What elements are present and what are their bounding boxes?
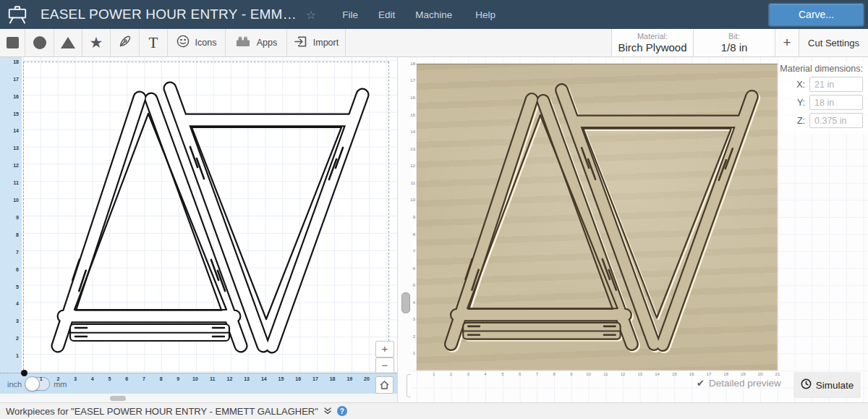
cut-settings-button[interactable]: Cut Settings — [799, 29, 868, 56]
text-tool-button[interactable]: T — [140, 29, 168, 56]
origin-point[interactable] — [21, 370, 27, 376]
horizontal-scrollbar-thumb[interactable] — [110, 396, 126, 401]
ruler-tick: 13 — [244, 376, 250, 381]
ruler-tick: 12 — [410, 164, 415, 168]
ruler-tick: 10 — [192, 376, 198, 381]
ruler-tick: 1 — [16, 353, 19, 358]
carve-preview-panel: 123456789101112131415161718 123456789101… — [411, 57, 868, 402]
lego-brick-icon — [235, 35, 251, 51]
help-icon[interactable]: ? — [337, 406, 347, 416]
simulate-button[interactable]: Simulate — [793, 372, 861, 398]
menu-help[interactable]: Help — [465, 9, 506, 20]
y-dimension-field[interactable] — [809, 95, 863, 110]
ruler-tick: 16 — [410, 96, 415, 100]
horizontal-scrollbar[interactable] — [0, 394, 397, 402]
ruler-tick: 3 — [16, 318, 19, 323]
ruler-tick: 8 — [16, 232, 19, 237]
ruler-tick: 9 — [570, 372, 572, 376]
circle-tool-button[interactable] — [25, 29, 54, 56]
square-icon — [7, 37, 19, 48]
panel-gutter — [397, 57, 412, 402]
ruler-tick: 11 — [210, 376, 215, 381]
ruler-tick: 15 — [13, 111, 19, 116]
x-label: X: — [796, 80, 805, 90]
canvas-left-ruler: 123456789101112131415161718 — [0, 57, 22, 373]
icons-library-button[interactable]: Icons — [168, 29, 226, 56]
ruler-tick: 1 — [413, 351, 415, 355]
ruler-tick: 11 — [603, 372, 608, 376]
import-button[interactable]: Import — [287, 29, 346, 56]
design-canvas[interactable]: + − — [22, 57, 398, 373]
preview-bottom-ruler: 123456789101112131415161718192021 — [411, 371, 787, 378]
ruler-tick: 6 — [16, 266, 19, 271]
ruler-tick: 3 — [74, 376, 77, 381]
menu-bar: File Edit Machine Help — [332, 9, 506, 20]
ruler-tick: 9 — [16, 214, 19, 219]
ruler-tick: 16 — [295, 376, 301, 381]
pen-tool-button[interactable] — [111, 29, 140, 56]
inch-label: inch — [7, 380, 22, 389]
ruler-tick: 11 — [14, 180, 19, 185]
star-tool-button[interactable]: ★ — [82, 29, 111, 56]
expand-workpieces-chevron-icon[interactable] — [324, 405, 331, 418]
menu-machine[interactable]: Machine — [405, 9, 465, 20]
zoom-in-button[interactable]: + — [375, 341, 394, 357]
import-icon — [294, 35, 307, 51]
home-view-button[interactable] — [375, 376, 393, 394]
easel-app: EASEL POWER HOUR ENTRY - EMM… ☆ File Edi… — [0, 0, 868, 419]
dimension-row-x: X: — [778, 77, 863, 92]
zoom-out-button[interactable]: − — [375, 357, 394, 374]
material-preview[interactable] — [417, 64, 778, 371]
bit-selector[interactable]: Bit: 1/8 in — [693, 29, 775, 56]
triangle-tool-button[interactable] — [54, 29, 82, 56]
z-label: Z: — [797, 116, 805, 126]
square-tool-button[interactable] — [0, 29, 25, 56]
workpieces-bar: Workpieces for "EASEL POWER HOUR ENTRY -… — [0, 402, 868, 419]
triangle-icon — [61, 37, 75, 48]
ruler-tick: 5 — [16, 284, 19, 289]
ruler-tick: 17 — [707, 372, 712, 376]
ruler-tick: 13 — [410, 147, 415, 151]
toggle-knob[interactable] — [25, 376, 40, 392]
toolbar: ★ T Icons — [0, 29, 868, 57]
ruler-tick: 18 — [410, 62, 415, 66]
ruler-tick: 1 — [40, 376, 43, 381]
ruler-tick: 7 — [536, 372, 538, 376]
dimension-row-z: Z: — [778, 113, 863, 128]
smiley-icon — [176, 35, 190, 51]
ruler-tick: 18 — [13, 59, 19, 64]
carved-design-preview — [417, 64, 778, 371]
document-title[interactable]: EASEL POWER HOUR ENTRY - EMM… — [41, 7, 297, 22]
ruler-tick: 10 — [13, 198, 19, 203]
bit-value: 1/8 in — [721, 41, 748, 54]
ruler-tick: 2 — [413, 334, 415, 339]
ruler-tick: 5 — [501, 372, 503, 376]
menu-file[interactable]: File — [332, 9, 368, 20]
menu-edit[interactable]: Edit — [368, 9, 405, 20]
ruler-tick: 14 — [13, 128, 19, 133]
apps-button[interactable]: Apps — [226, 29, 287, 56]
ruler-tick: 12 — [226, 376, 232, 381]
x-dimension-field[interactable] — [809, 77, 863, 92]
easel-logo-icon[interactable] — [7, 5, 28, 25]
vertical-scrollbar-thumb[interactable] — [401, 292, 410, 313]
add-bit-button[interactable]: + — [775, 29, 799, 56]
ruler-tick: 15 — [672, 372, 677, 376]
carve-button[interactable]: Carve... — [769, 4, 864, 26]
unit-toggle[interactable] — [25, 377, 50, 391]
detailed-preview-toggle[interactable]: ✔ Detailed preview — [697, 378, 787, 389]
star-icon: ★ — [90, 35, 103, 50]
z-dimension-field[interactable] — [809, 113, 863, 128]
ruler-tick: 16 — [13, 93, 19, 98]
ruler-tick: 12 — [13, 163, 19, 168]
ruler-tick: 17 — [410, 78, 415, 82]
workpiece-design[interactable] — [23, 62, 388, 373]
ruler-tick: 5 — [413, 283, 415, 287]
circle-icon — [33, 36, 46, 49]
ruler-tick: 10 — [410, 198, 415, 202]
favorite-star-icon[interactable]: ☆ — [306, 8, 316, 22]
ruler-tick: 13 — [13, 145, 19, 151]
material-selector[interactable]: Material: Birch Plywood — [611, 29, 693, 56]
ruler-tick: 15 — [410, 113, 415, 117]
ruler-tick: 3 — [467, 372, 469, 376]
